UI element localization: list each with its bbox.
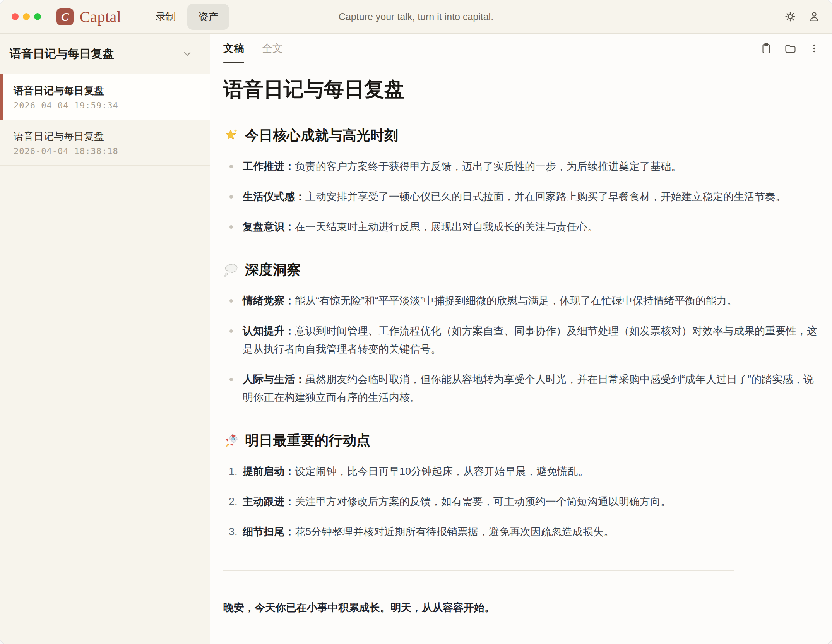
note-title: 语音日记与每日复盘	[14, 130, 200, 143]
sidebar-group-title: 语音日记与每日复盘	[10, 46, 114, 62]
section-heading-text: 明日最重要的行动点	[245, 431, 370, 450]
rocket-icon	[223, 433, 239, 448]
close-window-button[interactable]	[12, 13, 19, 20]
person-icon	[808, 10, 820, 23]
app-brand-name: Captal	[80, 8, 121, 26]
numbered-list-item: 2. 主动跟进：关注甲方对修改后方案的反馈，如有需要，可主动预约一个简短沟通以明…	[229, 493, 820, 511]
section-heading: 今日核心成就与高光时刻	[223, 126, 820, 145]
list-item-label: 复盘意识：	[243, 221, 295, 233]
sidebar-note-item[interactable]: 语音日记与每日复盘 2026-04-04 19:59:34	[0, 74, 210, 120]
list-item-label: 提前启动：	[243, 466, 295, 477]
traffic-lights	[12, 13, 41, 20]
nav-tab-record[interactable]: 录制	[151, 5, 180, 29]
bullet-list-item: 生活仪式感：主动安排并享受了一顿心仪已久的日式拉面，并在回家路上购买了早餐食材，…	[229, 188, 820, 206]
section-emoji-slot	[223, 433, 239, 448]
list-item-text: 能从“有惊无险”和“平平淡淡”中捕捉到细微的欣慰与满足，体现了在忙碌中保持情绪平…	[295, 295, 737, 307]
note-title: 语音日记与每日复盘	[14, 84, 200, 97]
doc-actions	[760, 42, 820, 55]
app-logo-letter: C	[61, 10, 69, 23]
sidebar-group-header[interactable]: 语音日记与每日复盘	[0, 34, 210, 74]
doc-tabs: 文稿 全文	[223, 34, 283, 63]
gear-icon	[784, 10, 796, 23]
list-item-label: 生活仪式感：	[243, 191, 305, 202]
section-list: 情绪觉察：能从“有惊无险”和“平平淡淡”中捕捉到细微的欣慰与满足，体现了在忙碌中…	[223, 292, 820, 407]
section-heading: 深度洞察	[223, 260, 820, 279]
list-item-text: 负责的客户方案终于获得甲方反馈，迈出了实质性的一步，为后续推进奠定了基础。	[295, 161, 681, 172]
bullet-list-item: 工作推进：负责的客户方案终于获得甲方反馈，迈出了实质性的一步，为后续推进奠定了基…	[229, 158, 820, 176]
section-emoji-slot	[223, 262, 239, 277]
note-timestamp: 2026-04-04 18:38:18	[14, 146, 200, 156]
section-emoji-slot	[223, 128, 239, 143]
note-list: 语音日记与每日复盘 2026-04-04 19:59:34 语音日记与每日复盘 …	[0, 74, 210, 644]
doc-divider	[223, 570, 734, 571]
clipboard-icon	[760, 42, 772, 55]
note-timestamp: 2026-04-04 19:59:34	[14, 101, 200, 110]
numbered-list-item: 3. 细节扫尾：花5分钟整理并核对近期所有待报销票据，避免再次因疏忽造成损失。	[229, 523, 820, 541]
list-item-number: 1.	[229, 462, 238, 481]
minimize-window-button[interactable]	[23, 13, 30, 20]
bullet-list-item: 认知提升：意识到时间管理、工作流程优化（如方案自查、同事协作）及细节处理（如发票…	[229, 322, 820, 358]
app-body: 语音日记与每日复盘 语音日记与每日复盘 2026-04-04 19:59:34 …	[0, 34, 832, 644]
closing-message: 晚安，今天你已在小事中积累成长。明天，从从容容开始。	[223, 599, 820, 617]
doc-header: 文稿 全文	[210, 34, 832, 63]
section-heading-text: 今日核心成就与高光时刻	[245, 126, 398, 145]
toolbar-divider	[136, 10, 136, 24]
nav-tab-assets[interactable]: 资产	[187, 4, 229, 30]
doc-section: 明日最重要的行动点 1. 提前启动：设定闹钟，比今日再早10分钟起床，从容开始早…	[223, 431, 820, 541]
vertical-dots-icon	[808, 42, 820, 55]
list-item-text: 意识到时间管理、工作流程优化（如方案自查、同事协作）及细节处理（如发票核对）对效…	[243, 325, 817, 355]
doc-section: 今日核心成就与高光时刻 工作推进：负责的客户方案终于获得甲方反馈，迈出了实质性的…	[223, 126, 820, 236]
list-item-label: 认知提升：	[243, 325, 295, 337]
section-heading: 明日最重要的行动点	[223, 431, 820, 450]
list-item-label: 细节扫尾：	[243, 526, 295, 538]
doc-tab-label: 全文	[262, 41, 283, 55]
numbered-list-item: 1. 提前启动：设定闹钟，比今日再早10分钟起床，从容开始早晨，避免慌乱。	[229, 462, 820, 481]
doc-body: 语音日记与每日复盘 今日核心成就与高光时刻 工作推进：负责的客户方案终于获得甲方…	[210, 63, 832, 644]
list-item-label: 工作推进：	[243, 161, 295, 172]
list-item-text: 主动安排并享受了一顿心仪已久的日式拉面，并在回家路上购买了早餐食材，开始建立稳定…	[305, 191, 786, 202]
folder-icon	[784, 42, 796, 55]
list-item-text: 在一天结束时主动进行反思，展现出对自我成长的关注与责任心。	[295, 221, 598, 233]
bullet-list-item: 复盘意识：在一天结束时主动进行反思，展现出对自我成长的关注与责任心。	[229, 218, 820, 236]
more-menu-button[interactable]	[808, 42, 820, 55]
app-logo: C	[56, 8, 74, 25]
toolbar-actions	[784, 10, 820, 23]
section-list: 工作推进：负责的客户方案终于获得甲方反馈，迈出了实质性的一步，为后续推进奠定了基…	[223, 158, 820, 236]
list-item-text: 关注甲方对修改后方案的反馈，如有需要，可主动预约一个简短沟通以明确方向。	[295, 496, 671, 507]
doc-title: 语音日记与每日复盘	[223, 77, 820, 102]
list-item-text: 虽然朋友约会临时取消，但你能从容地转为享受个人时光，并在日常采购中感受到“成年人…	[243, 373, 814, 403]
app-tagline: Capture your talk, turn it into capital.	[339, 11, 493, 22]
doc-section: 深度洞察 情绪觉察：能从“有惊无险”和“平平淡淡”中捕捉到细微的欣慰与满足，体现…	[223, 260, 820, 407]
section-list: 1. 提前启动：设定闹钟，比今日再早10分钟起床，从容开始早晨，避免慌乱。 2.…	[223, 462, 820, 541]
copy-button[interactable]	[760, 42, 772, 55]
app-window: C Captal 录制 资产 Capture your talk, turn i…	[0, 0, 832, 644]
list-item-label: 人际与生活：	[243, 373, 305, 385]
list-item-text: 花5分钟整理并核对近期所有待报销票据，避免再次因疏忽造成损失。	[295, 526, 614, 538]
doc-tab-label: 文稿	[223, 41, 244, 55]
thought-balloon-icon	[223, 262, 239, 277]
zoom-window-button[interactable]	[34, 13, 41, 20]
list-item-number: 2.	[229, 493, 238, 511]
bullet-list-item: 人际与生活：虽然朋友约会临时取消，但你能从容地转为享受个人时光，并在日常采购中感…	[229, 370, 820, 407]
list-item-label: 主动跟进：	[243, 496, 295, 507]
list-item-text: 设定闹钟，比今日再早10分钟起床，从容开始早晨，避免慌乱。	[295, 466, 589, 477]
section-heading-text: 深度洞察	[245, 260, 301, 279]
folder-button[interactable]	[784, 42, 796, 55]
glowing-star-icon	[223, 128, 239, 143]
chevron-down-icon	[182, 48, 193, 59]
toolbar: C Captal 录制 资产 Capture your talk, turn i…	[0, 0, 832, 34]
doc-tab[interactable]: 文稿	[223, 34, 244, 63]
account-button[interactable]	[808, 10, 820, 23]
sidebar-note-item[interactable]: 语音日记与每日复盘 2026-04-04 18:38:18	[0, 120, 210, 166]
doc-tab[interactable]: 全文	[262, 34, 283, 63]
bullet-list-item: 情绪觉察：能从“有惊无险”和“平平淡淡”中捕捉到细微的欣慰与满足，体现了在忙碌中…	[229, 292, 820, 310]
main-panel: 文稿 全文	[210, 34, 832, 644]
list-item-number: 3.	[229, 523, 238, 541]
settings-button[interactable]	[784, 10, 796, 23]
sidebar: 语音日记与每日复盘 语音日记与每日复盘 2026-04-04 19:59:34 …	[0, 34, 210, 644]
list-item-label: 情绪觉察：	[243, 295, 295, 307]
doc-sections: 今日核心成就与高光时刻 工作推进：负责的客户方案终于获得甲方反馈，迈出了实质性的…	[223, 126, 820, 541]
